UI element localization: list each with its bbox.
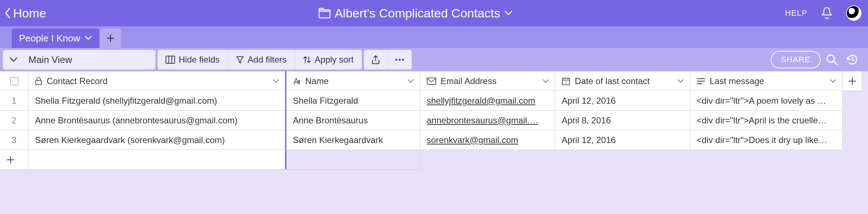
cell-last-message[interactable]: <div dir="ltr">A poem lovely as … [690, 91, 842, 111]
row-number[interactable]: 2 [0, 111, 28, 130]
add-column-button[interactable] [842, 71, 862, 91]
empty-cell [420, 150, 555, 170]
cell-email[interactable]: annebrontesaurus@gmail.… [420, 111, 555, 130]
calendar-icon: 7 [562, 77, 570, 86]
cell-contact-record[interactable]: Søren Kierkegaardvark (sorenkvark@gmail.… [28, 130, 285, 150]
chevron-down-icon [9, 57, 18, 62]
add-row-button[interactable] [0, 150, 28, 170]
chevron-down-icon [830, 79, 836, 83]
notifications-button[interactable] [818, 4, 836, 22]
svg-point-4 [402, 59, 404, 61]
table-tab-bar: People I Know [0, 26, 868, 48]
svg-point-3 [399, 59, 400, 61]
select-all-cell[interactable] [0, 71, 28, 91]
tab-people-i-know[interactable]: People I Know [12, 28, 99, 48]
svg-rect-7 [427, 78, 436, 84]
cell-email[interactable]: shellyjfitzgerald@gmail.com [420, 91, 555, 111]
filter-icon [236, 56, 244, 64]
column-label: Email Address [441, 76, 496, 86]
user-avatar[interactable] [846, 5, 861, 21]
svg-rect-6 [36, 80, 42, 85]
add-filters-label: Add filters [248, 55, 287, 65]
apply-sort-button[interactable]: Apply sort [295, 50, 362, 70]
cell-name[interactable]: Søren Kierkegaardvark [285, 130, 420, 150]
apply-sort-label: Apply sort [315, 55, 354, 65]
topbar: Home Albert's Complicated Contacts HELP [0, 0, 868, 26]
view-name-label: Main View [28, 54, 72, 66]
grid: Contact Record Name Email Address 7 Date… [0, 71, 868, 170]
search-button[interactable] [823, 51, 841, 69]
row-number[interactable]: 1 [0, 91, 28, 111]
row-trailing-space [842, 111, 862, 130]
more-options-button[interactable] [388, 50, 412, 70]
hide-fields-button[interactable]: Hide fields [158, 50, 228, 70]
share-button[interactable]: SHARE [771, 51, 821, 68]
svg-text:7: 7 [565, 81, 567, 84]
column-header-contact-record[interactable]: Contact Record [28, 71, 285, 91]
data-table: Contact Record Name Email Address 7 Date… [0, 71, 868, 214]
column-header-name[interactable]: Name [285, 71, 420, 91]
plus-icon [7, 156, 15, 164]
column-label: Date of last contact [575, 76, 650, 86]
empty-cell [555, 150, 690, 170]
view-toolbar: Main View Hide fields Add filters Apply … [0, 48, 868, 71]
chevron-down-icon [407, 79, 414, 83]
chevron-down-icon [504, 10, 513, 16]
column-label: Contact Record [47, 76, 108, 86]
home-label: Home [13, 6, 46, 20]
empty-cell [842, 150, 862, 170]
chevron-down-icon [272, 79, 279, 83]
svg-point-2 [395, 59, 397, 61]
cell-name[interactable]: Anne Brontësaurus [285, 111, 420, 130]
add-filters-button[interactable]: Add filters [228, 50, 295, 70]
cell-name[interactable]: Shella Fitzgerald [285, 91, 420, 111]
home-link[interactable]: Home [4, 6, 46, 20]
cell-contact-record[interactable]: Anne Brontësaurus (annebrontesaurus@gmai… [28, 111, 285, 130]
base-title-dropdown[interactable]: Albert's Complicated Contacts [46, 6, 785, 20]
empty-cell [28, 150, 285, 170]
chevron-down-icon [85, 36, 92, 41]
hide-fields-label: Hide fields [179, 55, 220, 65]
share-icon [371, 55, 380, 64]
column-header-last-message[interactable]: Last message [690, 71, 842, 91]
row-trailing-space [842, 91, 862, 111]
cell-last-message[interactable]: <div dir="ltr">April is the cruelle… [690, 111, 842, 130]
cell-date[interactable]: April 12, 2016 [555, 130, 690, 150]
plus-icon [106, 34, 115, 42]
help-link[interactable]: HELP [785, 8, 807, 18]
column-header-email[interactable]: Email Address [420, 71, 555, 91]
cell-last-message[interactable]: <div dir="ltr">Does it dry up like… [690, 130, 842, 150]
chevron-left-icon [4, 7, 12, 19]
row-number[interactable]: 3 [0, 130, 28, 150]
text-icon [293, 77, 301, 85]
share-export-button[interactable] [364, 50, 388, 70]
select-all-checkbox[interactable] [10, 77, 18, 85]
topbar-right: HELP [785, 4, 861, 22]
add-table-button[interactable] [100, 28, 121, 48]
empty-cell [690, 150, 842, 170]
share-label: SHARE [781, 55, 810, 64]
view-selector[interactable]: Main View [3, 50, 155, 70]
plus-icon [848, 77, 856, 85]
history-button[interactable] [843, 51, 861, 69]
sort-icon [303, 55, 311, 64]
cell-date[interactable]: April 8, 2016 [555, 111, 690, 130]
cell-email[interactable]: sorenkvark@gmail.com [420, 130, 555, 150]
chevron-down-icon [677, 79, 684, 83]
empty-cell [285, 150, 420, 170]
longtext-icon [697, 78, 705, 85]
email-icon [427, 78, 436, 85]
column-header-date[interactable]: 7 Date of last contact [555, 71, 690, 91]
cell-date[interactable]: April 12, 2016 [555, 91, 690, 111]
history-icon [846, 53, 859, 66]
svg-rect-1 [166, 56, 175, 63]
row-trailing-space [842, 130, 862, 150]
column-label: Last message [710, 76, 764, 86]
tab-label: People I Know [19, 33, 80, 44]
cell-contact-record[interactable]: Shella Fitzgerald (shellyjfitzgerald@gma… [28, 91, 285, 111]
bell-icon [821, 6, 833, 20]
columns-icon [166, 56, 175, 64]
lock-icon [35, 77, 42, 86]
ellipsis-icon [395, 58, 404, 61]
base-title-text: Albert's Complicated Contacts [334, 6, 500, 20]
